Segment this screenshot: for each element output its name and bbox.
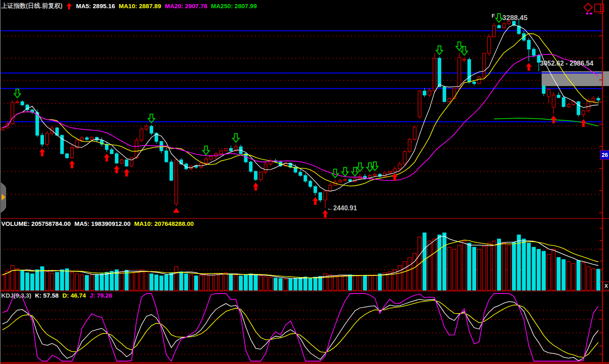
ma20-value: MA20: 2907.78 <box>165 2 207 9</box>
volume-ma5-value: MA5: 198390912.00 <box>74 220 130 227</box>
side-panel-handle[interactable] <box>0 182 6 213</box>
buy-sell-signal-arrows <box>14 14 586 218</box>
up-arrow-icon <box>66 2 72 10</box>
volume-ma10-value: MA10: 207648288.00 <box>134 220 194 227</box>
ma10-value: MA10: 2887.89 <box>119 2 161 9</box>
kdj-k-value: K: 57.58 <box>35 292 59 299</box>
kdj-d-value: D: 46.74 <box>62 292 86 299</box>
main-grid <box>0 36 602 194</box>
kdj-header: KDJ(9,3,3) K: 57.58 D: 46.74 J: 79.26 <box>1 292 112 299</box>
kdj-j-value: J: 79.26 <box>89 292 112 299</box>
chart-canvas <box>0 0 609 364</box>
ma-lines <box>2 25 598 191</box>
volume-value: VOLUME: 205758784.00 <box>1 220 71 227</box>
volume-bars <box>1 233 600 290</box>
peak-price-label: 3288.45 <box>502 14 527 22</box>
candlesticks <box>1 18 600 208</box>
diamond-icon[interactable] <box>584 3 592 11</box>
symbol-title: 上证指数(日线.前复权) <box>1 2 62 10</box>
magenta-dot-icon <box>590 13 592 14</box>
magenta-dot-icon <box>586 13 588 14</box>
kdj-name: KDJ(9,3,3) <box>1 292 31 299</box>
gap-zone-box <box>542 71 609 86</box>
axis-price-tag: 26 <box>600 150 609 160</box>
gap-price-label: 3052.62 - 2986.54 <box>540 60 593 67</box>
f-marker: F <box>492 13 495 19</box>
main-chart-header: 上证指数(日线.前复权) MA5: 2895.16 MA10: 2887.89 … <box>1 2 257 10</box>
window-left-border <box>0 0 1 364</box>
pane-frame <box>0 0 609 364</box>
volume-header: VOLUME: 205758784.00 MA5: 198390912.00 M… <box>1 220 194 227</box>
ma5-value: MA5: 2895.16 <box>76 2 115 9</box>
support-resistance-lines <box>0 31 602 122</box>
low-price-label: ←2440.91 <box>327 205 357 212</box>
ma250-value: MA250: 2807.99 <box>211 2 257 9</box>
trading-app-window: 上证指数(日线.前复权) MA5: 2895.16 MA10: 2887.89 … <box>0 0 609 364</box>
kdj-lines <box>2 293 598 361</box>
close-pane-button[interactable]: X <box>603 282 609 290</box>
topright-toolbar <box>584 3 604 14</box>
